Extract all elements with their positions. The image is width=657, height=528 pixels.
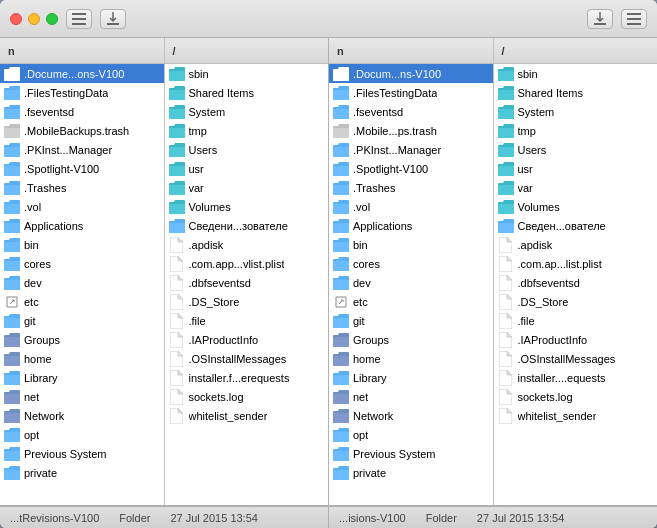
list-item[interactable]: .vol: [329, 197, 493, 216]
list-item[interactable]: .IAProductInfo: [494, 330, 658, 349]
list-item[interactable]: whitelist_sender: [165, 406, 329, 425]
list-item[interactable]: Network: [329, 406, 493, 425]
list-item[interactable]: Groups: [0, 330, 164, 349]
list-item[interactable]: net: [0, 387, 164, 406]
close-button[interactable]: [10, 13, 22, 25]
list-item[interactable]: tmp: [494, 121, 658, 140]
list-item[interactable]: .PKInst...Manager: [0, 140, 164, 159]
list-item[interactable]: installer....equests: [494, 368, 658, 387]
list-item[interactable]: Library: [0, 368, 164, 387]
file-name: Network: [24, 410, 64, 422]
list-item[interactable]: private: [329, 463, 493, 482]
list-item[interactable]: Previous System: [0, 444, 164, 463]
list-item[interactable]: usr: [165, 159, 329, 178]
list-item[interactable]: net: [329, 387, 493, 406]
list-item[interactable]: cores: [329, 254, 493, 273]
list-item[interactable]: .DS_Store: [494, 292, 658, 311]
list-item[interactable]: dev: [329, 273, 493, 292]
list-item[interactable]: var: [165, 178, 329, 197]
list-item[interactable]: Network: [0, 406, 164, 425]
list-item[interactable]: Library: [329, 368, 493, 387]
list-item[interactable]: etc: [329, 292, 493, 311]
file-icon: [169, 161, 185, 177]
list-item[interactable]: Users: [165, 140, 329, 159]
list-item[interactable]: .OSInstallMessages: [494, 349, 658, 368]
list-item[interactable]: .apdisk: [165, 235, 329, 254]
list-item[interactable]: etc: [0, 292, 164, 311]
list-item[interactable]: .com.ap...list.plist: [494, 254, 658, 273]
list-item[interactable]: home: [329, 349, 493, 368]
file-icon: [333, 237, 349, 253]
list-item[interactable]: installer.f...erequests: [165, 368, 329, 387]
list-item[interactable]: .DS_Store: [165, 292, 329, 311]
list-view-button[interactable]: [66, 9, 92, 29]
col1-header-right[interactable]: n: [329, 38, 494, 63]
list-item[interactable]: .Mobile...ps.trash: [329, 121, 493, 140]
list-item[interactable]: Shared Items: [494, 83, 658, 102]
list-item[interactable]: git: [329, 311, 493, 330]
list-item[interactable]: var: [494, 178, 658, 197]
list-item[interactable]: .IAProductInfo: [165, 330, 329, 349]
list-item[interactable]: Shared Items: [165, 83, 329, 102]
list-item[interactable]: .MobileBackups.trash: [0, 121, 164, 140]
list-item[interactable]: opt: [0, 425, 164, 444]
file-icon: [498, 199, 514, 215]
list-item[interactable]: Users: [494, 140, 658, 159]
list-item[interactable]: bin: [329, 235, 493, 254]
list-item[interactable]: sockets.log: [494, 387, 658, 406]
list-item[interactable]: .dbfseventsd: [165, 273, 329, 292]
list-item[interactable]: .FilesTestingData: [0, 83, 164, 102]
col2-header-right[interactable]: /: [494, 38, 658, 63]
list-item[interactable]: .fseventsd: [329, 102, 493, 121]
list-item[interactable]: Applications: [329, 216, 493, 235]
list-item[interactable]: .Trashes: [0, 178, 164, 197]
list-item[interactable]: bin: [0, 235, 164, 254]
list-item[interactable]: .fseventsd: [0, 102, 164, 121]
col1-header-left[interactable]: n: [0, 38, 165, 63]
list-item[interactable]: .file: [165, 311, 329, 330]
list-item[interactable]: Applications: [0, 216, 164, 235]
list-item[interactable]: Groups: [329, 330, 493, 349]
list-item[interactable]: .FilesTestingData: [329, 83, 493, 102]
file-icon: [498, 313, 514, 329]
minimize-button[interactable]: [28, 13, 40, 25]
list-item[interactable]: home: [0, 349, 164, 368]
list-item[interactable]: .dbfseventsd: [494, 273, 658, 292]
list-item[interactable]: cores: [0, 254, 164, 273]
list-item[interactable]: .apdisk: [494, 235, 658, 254]
list-item[interactable]: usr: [494, 159, 658, 178]
list-item[interactable]: whitelist_sender: [494, 406, 658, 425]
list-item[interactable]: !.Docume...ons-V100: [0, 64, 164, 83]
list-item[interactable]: Сведен...ователе: [494, 216, 658, 235]
list-item[interactable]: !.Docum...ns-V100: [329, 64, 493, 83]
list-item[interactable]: .file: [494, 311, 658, 330]
list-item[interactable]: .Spotlight-V100: [329, 159, 493, 178]
list-item[interactable]: dev: [0, 273, 164, 292]
action-button[interactable]: [100, 9, 126, 29]
list-item[interactable]: sockets.log: [165, 387, 329, 406]
list-item[interactable]: private: [0, 463, 164, 482]
list-item[interactable]: .OSInstallMessages: [165, 349, 329, 368]
list-item[interactable]: Volumes: [494, 197, 658, 216]
list-item[interactable]: sbin: [494, 64, 658, 83]
list-item[interactable]: System: [494, 102, 658, 121]
maximize-button[interactable]: [46, 13, 58, 25]
pane-body-right: !.Docum...ns-V100.FilesTestingData.fseve…: [329, 64, 657, 505]
list-item[interactable]: tmp: [165, 121, 329, 140]
list-item[interactable]: System: [165, 102, 329, 121]
list-item[interactable]: .com.app...vlist.plist: [165, 254, 329, 273]
list-item[interactable]: sbin: [165, 64, 329, 83]
view-options-button[interactable]: [621, 9, 647, 29]
list-item[interactable]: Previous System: [329, 444, 493, 463]
list-item[interactable]: Volumes: [165, 197, 329, 216]
share-button-right[interactable]: [587, 9, 613, 29]
list-item[interactable]: git: [0, 311, 164, 330]
list-item[interactable]: Сведени...зователе: [165, 216, 329, 235]
list-item[interactable]: .Trashes: [329, 178, 493, 197]
list-item[interactable]: opt: [329, 425, 493, 444]
list-item[interactable]: .PKInst...Manager: [329, 140, 493, 159]
col2-header-left[interactable]: /: [165, 38, 329, 63]
list-item[interactable]: .vol: [0, 197, 164, 216]
list-item[interactable]: .Spotlight-V100: [0, 159, 164, 178]
pane-header-left: n/: [0, 38, 328, 64]
